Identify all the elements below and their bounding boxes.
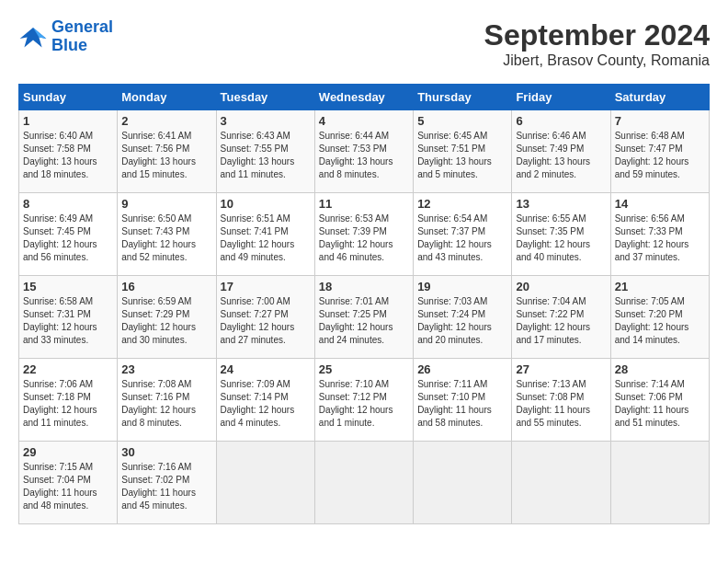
title-block: September 2024 Jibert, Brasov County, Ro… — [484, 18, 710, 69]
calendar-week-1: 1Sunrise: 6:40 AM Sunset: 7:58 PM Daylig… — [19, 110, 710, 193]
calendar-cell: 2Sunrise: 6:41 AM Sunset: 7:56 PM Daylig… — [118, 110, 216, 193]
weekday-header-friday: Friday — [512, 85, 610, 110]
day-info: Sunrise: 7:01 AM Sunset: 7:25 PM Dayligh… — [319, 295, 409, 347]
day-number: 19 — [417, 280, 507, 293]
day-info: Sunrise: 7:13 AM Sunset: 7:08 PM Dayligh… — [516, 378, 606, 430]
calendar-cell: 7Sunrise: 6:48 AM Sunset: 7:47 PM Daylig… — [610, 110, 709, 193]
weekday-header-monday: Monday — [118, 85, 216, 110]
calendar-cell: 28Sunrise: 7:14 AM Sunset: 7:06 PM Dayli… — [610, 359, 709, 442]
calendar-table: SundayMondayTuesdayWednesdayThursdayFrid… — [18, 84, 710, 524]
calendar-cell: 30Sunrise: 7:16 AM Sunset: 7:02 PM Dayli… — [118, 442, 216, 524]
day-number: 22 — [23, 362, 113, 376]
day-number: 25 — [319, 362, 409, 376]
day-number: 26 — [417, 362, 507, 376]
calendar-cell: 5Sunrise: 6:45 AM Sunset: 7:51 PM Daylig… — [414, 110, 512, 193]
day-number: 30 — [121, 445, 211, 459]
calendar-cell: 4Sunrise: 6:44 AM Sunset: 7:53 PM Daylig… — [314, 110, 413, 193]
day-number: 8 — [23, 197, 113, 211]
calendar-cell: 1Sunrise: 6:40 AM Sunset: 7:58 PM Daylig… — [19, 110, 118, 193]
day-number: 11 — [319, 197, 409, 211]
calendar-cell: 6Sunrise: 6:46 AM Sunset: 7:49 PM Daylig… — [512, 110, 610, 193]
day-info: Sunrise: 6:58 AM Sunset: 7:31 PM Dayligh… — [23, 295, 113, 347]
logo: General Blue — [18, 18, 113, 55]
day-info: Sunrise: 7:00 AM Sunset: 7:27 PM Dayligh… — [221, 295, 311, 347]
day-number: 3 — [221, 114, 311, 128]
day-info: Sunrise: 6:49 AM Sunset: 7:45 PM Dayligh… — [23, 213, 113, 264]
day-number: 28 — [615, 362, 705, 376]
calendar-cell — [512, 442, 610, 524]
logo-text: General Blue — [51, 18, 113, 55]
calendar-cell: 13Sunrise: 6:55 AM Sunset: 7:35 PM Dayli… — [512, 193, 610, 276]
calendar-week-5: 29Sunrise: 7:15 AM Sunset: 7:04 PM Dayli… — [19, 442, 710, 524]
day-info: Sunrise: 6:56 AM Sunset: 7:33 PM Dayligh… — [615, 213, 705, 264]
calendar-cell — [610, 442, 709, 524]
calendar-week-2: 8Sunrise: 6:49 AM Sunset: 7:45 PM Daylig… — [19, 193, 710, 276]
day-number: 15 — [23, 280, 113, 293]
day-info: Sunrise: 6:51 AM Sunset: 7:41 PM Dayligh… — [221, 213, 311, 264]
day-number: 12 — [417, 197, 507, 211]
calendar-cell: 9Sunrise: 6:50 AM Sunset: 7:43 PM Daylig… — [118, 193, 216, 276]
day-info: Sunrise: 6:46 AM Sunset: 7:49 PM Dayligh… — [516, 130, 606, 181]
weekday-header-sunday: Sunday — [19, 85, 118, 110]
day-number: 10 — [221, 197, 311, 211]
day-info: Sunrise: 6:55 AM Sunset: 7:35 PM Dayligh… — [516, 213, 606, 264]
day-info: Sunrise: 7:11 AM Sunset: 7:10 PM Dayligh… — [417, 378, 507, 430]
calendar-cell: 23Sunrise: 7:08 AM Sunset: 7:16 PM Dayli… — [118, 359, 216, 442]
page-header: General Blue September 2024 Jibert, Bras… — [18, 18, 710, 69]
day-info: Sunrise: 7:14 AM Sunset: 7:06 PM Dayligh… — [615, 378, 705, 430]
day-info: Sunrise: 7:08 AM Sunset: 7:16 PM Dayligh… — [121, 378, 211, 430]
day-number: 27 — [516, 362, 606, 376]
calendar-cell: 27Sunrise: 7:13 AM Sunset: 7:08 PM Dayli… — [512, 359, 610, 442]
day-info: Sunrise: 6:48 AM Sunset: 7:47 PM Dayligh… — [615, 130, 705, 181]
calendar-cell: 12Sunrise: 6:54 AM Sunset: 7:37 PM Dayli… — [414, 193, 512, 276]
calendar-cell: 16Sunrise: 6:59 AM Sunset: 7:29 PM Dayli… — [118, 276, 216, 359]
day-info: Sunrise: 6:59 AM Sunset: 7:29 PM Dayligh… — [121, 295, 211, 347]
calendar-cell: 11Sunrise: 6:53 AM Sunset: 7:39 PM Dayli… — [314, 193, 413, 276]
day-info: Sunrise: 6:54 AM Sunset: 7:37 PM Dayligh… — [417, 213, 507, 264]
page-subtitle: Jibert, Brasov County, Romania — [484, 52, 710, 69]
logo-icon — [18, 24, 48, 50]
calendar-cell: 26Sunrise: 7:11 AM Sunset: 7:10 PM Dayli… — [414, 359, 512, 442]
day-info: Sunrise: 7:05 AM Sunset: 7:20 PM Dayligh… — [615, 295, 705, 347]
day-info: Sunrise: 7:15 AM Sunset: 7:04 PM Dayligh… — [23, 461, 113, 512]
weekday-header-thursday: Thursday — [414, 85, 512, 110]
calendar-cell: 20Sunrise: 7:04 AM Sunset: 7:22 PM Dayli… — [512, 276, 610, 359]
day-info: Sunrise: 6:44 AM Sunset: 7:53 PM Dayligh… — [319, 130, 409, 181]
day-number: 5 — [417, 114, 507, 128]
calendar-cell: 14Sunrise: 6:56 AM Sunset: 7:33 PM Dayli… — [610, 193, 709, 276]
day-info: Sunrise: 6:41 AM Sunset: 7:56 PM Dayligh… — [121, 130, 211, 181]
calendar-cell: 17Sunrise: 7:00 AM Sunset: 7:27 PM Dayli… — [216, 276, 314, 359]
day-info: Sunrise: 7:04 AM Sunset: 7:22 PM Dayligh… — [516, 295, 606, 347]
day-info: Sunrise: 6:40 AM Sunset: 7:58 PM Dayligh… — [23, 130, 113, 181]
calendar-cell: 25Sunrise: 7:10 AM Sunset: 7:12 PM Dayli… — [314, 359, 413, 442]
weekday-header-saturday: Saturday — [610, 85, 709, 110]
calendar-cell: 15Sunrise: 6:58 AM Sunset: 7:31 PM Dayli… — [19, 276, 118, 359]
calendar-cell: 18Sunrise: 7:01 AM Sunset: 7:25 PM Dayli… — [314, 276, 413, 359]
day-number: 16 — [121, 280, 211, 293]
day-number: 24 — [221, 362, 311, 376]
day-number: 13 — [516, 197, 606, 211]
day-number: 7 — [615, 114, 705, 128]
day-number: 9 — [121, 197, 211, 211]
day-number: 1 — [23, 114, 113, 128]
day-info: Sunrise: 7:16 AM Sunset: 7:02 PM Dayligh… — [121, 461, 211, 512]
day-info: Sunrise: 7:10 AM Sunset: 7:12 PM Dayligh… — [319, 378, 409, 430]
calendar-cell: 10Sunrise: 6:51 AM Sunset: 7:41 PM Dayli… — [216, 193, 314, 276]
day-info: Sunrise: 7:09 AM Sunset: 7:14 PM Dayligh… — [221, 378, 311, 430]
calendar-week-4: 22Sunrise: 7:06 AM Sunset: 7:18 PM Dayli… — [19, 359, 710, 442]
day-number: 14 — [615, 197, 705, 211]
calendar-cell: 22Sunrise: 7:06 AM Sunset: 7:18 PM Dayli… — [19, 359, 118, 442]
calendar-cell: 29Sunrise: 7:15 AM Sunset: 7:04 PM Dayli… — [19, 442, 118, 524]
calendar-cell: 8Sunrise: 6:49 AM Sunset: 7:45 PM Daylig… — [19, 193, 118, 276]
day-info: Sunrise: 7:03 AM Sunset: 7:24 PM Dayligh… — [417, 295, 507, 347]
day-number: 20 — [516, 280, 606, 293]
day-number: 29 — [23, 445, 113, 459]
page-title: September 2024 — [484, 18, 710, 52]
calendar-cell — [314, 442, 413, 524]
calendar-cell — [216, 442, 314, 524]
day-info: Sunrise: 6:43 AM Sunset: 7:55 PM Dayligh… — [221, 130, 311, 181]
day-number: 6 — [516, 114, 606, 128]
logo-line1: General — [51, 17, 113, 36]
day-number: 21 — [615, 280, 705, 293]
weekday-header-tuesday: Tuesday — [216, 85, 314, 110]
